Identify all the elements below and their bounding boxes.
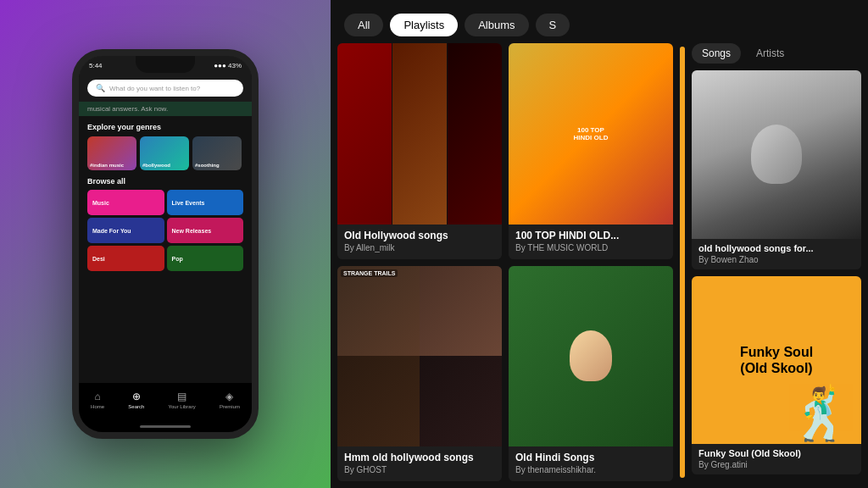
yellow-divider <box>680 47 685 478</box>
home-icon: ⌂ <box>94 391 100 402</box>
card-info-old-hindi: Old Hindi Songs By thenameisshikhar. <box>509 446 673 481</box>
card-thumb-old-hindi <box>509 266 673 447</box>
sidebar-card-bw[interactable]: old hollywood songs for... By Bowen Zhao <box>692 70 861 269</box>
cell-1 <box>337 266 420 357</box>
results-sidebar: Songs Artists <box>692 43 861 481</box>
browse-made-for-you[interactable]: Made For You <box>87 218 164 243</box>
sidebar-tab-songs[interactable]: Songs <box>692 43 741 64</box>
sidebar-sub-1: By Bowen Zhao <box>698 255 854 264</box>
funky-soul-text: Funky Soul(Old Skool) <box>740 344 813 376</box>
nav-search-label: Search <box>128 404 144 409</box>
results-main-grid: Old Hollywood songs By Allen_milk 100 TO… <box>337 43 673 481</box>
card-thumb-hmm: STRANGE TRAILS <box>337 266 502 447</box>
browse-new-releases[interactable]: New Releases <box>167 218 244 243</box>
card-title-hindi-top: 100 TOP HINDI OLD... <box>515 230 666 241</box>
sidebar-card-info-1: old hollywood songs for... By Bowen Zhao <box>692 239 861 269</box>
phone-ai-banner: musical answers. Ask now. <box>79 102 252 116</box>
cell-4 <box>420 356 502 446</box>
hc-item-2 <box>392 43 447 225</box>
card-sub-hmm: By GHOST <box>344 465 495 474</box>
browse-made-label: Made For You <box>92 228 131 234</box>
browse-grid: Music Live Events Made For You New Relea… <box>87 190 243 271</box>
card-info-old-hollywood: Old Hollywood songs By Allen_milk <box>337 225 502 259</box>
tab-songs-short[interactable]: S <box>536 14 570 36</box>
nav-library[interactable]: ▤ Your Library <box>169 391 196 409</box>
sidebar-artists-label: Artists <box>756 47 784 59</box>
bw-face-art <box>692 70 861 239</box>
bw-thumb-art <box>692 70 861 239</box>
funky-silhouette-icon: 🕺 <box>789 384 853 444</box>
signal-icon: ●●● <box>214 62 226 69</box>
tab-albums-label: Albums <box>478 19 515 31</box>
nav-home[interactable]: ⌂ Home <box>91 391 104 409</box>
phone-mockup: 5:44 ●●● 43% 🔍 What do you want to liste… <box>72 49 259 439</box>
genre-label-2: #bollywood <box>142 163 170 168</box>
phone-search-input[interactable]: 🔍 What do you want to listen to? <box>87 80 243 97</box>
funky-soul-thumb: Funky Soul(Old Skool) 🕺 <box>692 276 861 445</box>
sidebar-thumb-bw <box>692 70 861 239</box>
card-sub-hindi-top: By THE MUSIC WORLD <box>515 243 666 252</box>
bollywood-thumb: 100 TOPHINDI OLD <box>509 43 673 225</box>
filter-tabs: All Playlists Albums S <box>331 0 868 43</box>
card-old-hollywood[interactable]: Old Hollywood songs By Allen_milk <box>337 43 502 259</box>
cell-2 <box>420 266 502 357</box>
search-icon: 🔍 <box>96 84 105 92</box>
genre-card-bg-3: #soothing <box>192 136 242 170</box>
phone-search-bar: 🔍 What do you want to listen to? <box>79 75 252 102</box>
sidebar-tab-artists[interactable]: Artists <box>746 43 794 64</box>
cell-3 <box>337 356 420 446</box>
browse-desi-label: Desi <box>92 256 105 262</box>
tab-all-label: All <box>358 19 370 31</box>
card-hmm-hollywood[interactable]: STRANGE TRAILS Hmm old hollywood songs B… <box>337 266 502 482</box>
sidebar-songs-label: Songs <box>702 47 731 59</box>
strange-trails-label: STRANGE TRAILS <box>341 269 398 277</box>
browse-desi[interactable]: Desi <box>87 246 164 271</box>
genre-label-1: #indian music <box>90 163 124 168</box>
browse-live-events[interactable]: Live Events <box>167 190 244 215</box>
right-panel: All Playlists Albums S <box>331 0 868 488</box>
browse-pop-label: Pop <box>172 256 183 262</box>
hollywood-collage <box>337 43 502 225</box>
genre-card-bg-1: #indian music <box>87 136 136 170</box>
genre-card-bollywood[interactable]: #bollywood <box>140 136 189 170</box>
phone-screen: 🔍 What do you want to listen to? musical… <box>79 75 252 432</box>
battery-indicator: 43% <box>228 62 242 69</box>
card-title-hmm: Hmm old hollywood songs <box>344 452 495 463</box>
ai-banner-text: musical answers. Ask now. <box>87 105 168 113</box>
browse-music[interactable]: Music <box>87 190 164 215</box>
card-thumb-old-hollywood <box>337 43 502 225</box>
browse-pop[interactable]: Pop <box>167 246 244 271</box>
card-old-hindi[interactable]: Old Hindi Songs By thenameisshikhar. <box>509 266 673 482</box>
browse-all-title: Browse all <box>87 177 243 186</box>
tab-albums[interactable]: Albums <box>465 14 528 36</box>
genre-card-soothing[interactable]: #soothing <box>192 136 242 170</box>
sidebar-title-1: old hollywood songs for... <box>698 243 854 253</box>
nav-home-label: Home <box>91 404 104 409</box>
card-info-hmm: Hmm old hollywood songs By GHOST <box>337 446 502 481</box>
sidebar-results: old hollywood songs for... By Bowen Zhao… <box>692 70 861 481</box>
tab-playlists-label: Playlists <box>403 19 444 31</box>
nav-premium[interactable]: ◈ Premium <box>220 391 240 409</box>
nav-library-label: Your Library <box>169 404 196 409</box>
card-hindi-top[interactable]: 100 TOPHINDI OLD 100 TOP HINDI OLD... By… <box>509 43 673 259</box>
nav-search[interactable]: ⊕ Search <box>128 391 144 409</box>
tab-s-label: S <box>549 19 557 31</box>
genre-card-bg-2: #bollywood <box>140 136 189 170</box>
phone-home-indicator <box>79 420 252 432</box>
phone-nav: ⌂ Home ⊕ Search ▤ Your Library ◈ Premium <box>79 383 252 420</box>
phone-content: Explore your genres #indian music #bolly… <box>79 116 252 383</box>
card-sub-old-hollywood: By Allen_milk <box>344 243 495 252</box>
sidebar-title-2: Funky Soul (Old Skool) <box>698 448 854 458</box>
hc-item-3 <box>448 43 502 225</box>
home-bar <box>140 425 191 428</box>
hindi-face-thumb <box>509 266 673 447</box>
genre-card-indian[interactable]: #indian music <box>87 136 136 170</box>
tab-playlists[interactable]: Playlists <box>390 14 458 36</box>
results-area: Old Hollywood songs By Allen_milk 100 TO… <box>331 43 868 488</box>
sidebar-tabs: Songs Artists <box>692 43 861 70</box>
sidebar-card-funky[interactable]: Funky Soul(Old Skool) 🕺 Funky Soul (Old … <box>692 276 861 475</box>
face-silhouette <box>751 125 802 184</box>
tab-all[interactable]: All <box>344 14 383 36</box>
genre-grid: #indian music #bollywood #soothing <box>87 136 243 170</box>
genre-label-3: #soothing <box>195 163 220 168</box>
